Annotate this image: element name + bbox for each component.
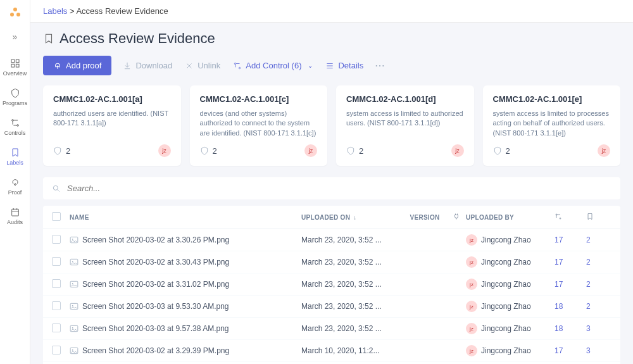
card-count: 2	[200, 146, 217, 156]
shield-icon	[346, 146, 355, 155]
labels-count[interactable]: 2	[586, 235, 611, 244]
svg-point-12	[53, 185, 58, 190]
labels-count[interactable]: 3	[586, 346, 611, 355]
select-all-checkbox[interactable]	[52, 212, 61, 221]
controls-count[interactable]: 18	[555, 302, 586, 311]
card-description: devices (and other systems) authorized t…	[200, 109, 318, 138]
svg-point-14	[560, 218, 561, 219]
avatar: jz	[466, 345, 477, 356]
row-checkbox[interactable]	[52, 257, 61, 266]
nav-controls[interactable]: Controls	[0, 113, 30, 142]
control-card[interactable]: CMMC1.02-AC.1.001[d] system access is li…	[336, 85, 474, 166]
table-row[interactable]: Screen Shot 2020-03-02 at 3.31.02 PM.png…	[43, 273, 620, 296]
svg-point-20	[72, 283, 73, 284]
row-checkbox[interactable]	[52, 346, 61, 355]
add-proof-button[interactable]: Add proof	[43, 56, 111, 75]
avatar: jz	[466, 256, 477, 268]
labels-count[interactable]: 2	[586, 258, 611, 267]
sidebar: » Overview Programs Controls Labels Proo…	[0, 0, 30, 364]
table-row[interactable]: Screen Shot 2020-03-03 at 9.57.38 AM.png…	[43, 318, 620, 340]
avatar: jz	[466, 234, 477, 246]
list-icon	[325, 61, 334, 70]
row-checkbox[interactable]	[52, 279, 61, 288]
control-card[interactable]: CMMC1.02-AC.1.001[c] devices (and other …	[190, 85, 328, 166]
table-row[interactable]: Screen Shot 2020-03-02 at 3.30.43 PM.png…	[43, 251, 620, 273]
th-integration-icon[interactable]	[447, 213, 466, 222]
uploaded-by: Jingcong Zhao	[481, 302, 531, 311]
control-card[interactable]: CMMC1.02-AC.1.001[e] system access is li…	[483, 85, 621, 166]
table-row[interactable]: Screen Shot 2020-03-02 at 3.29.39 PM.png…	[43, 340, 620, 362]
table-row[interactable]: Screen Shot 2020-03-02 at 3.30.26 PM.png…	[43, 229, 620, 251]
controls-count[interactable]: 17	[555, 235, 586, 244]
controls-icon	[233, 61, 242, 70]
svg-point-0	[13, 8, 17, 11]
avatar: jz	[466, 301, 477, 312]
image-file-icon	[70, 325, 78, 332]
svg-point-22	[72, 305, 73, 306]
svg-point-11	[239, 67, 241, 68]
uploaded-on: March 23, 2020, 3:52 ...	[301, 280, 403, 289]
shield-icon	[493, 146, 502, 155]
svg-rect-4	[16, 60, 19, 63]
th-version[interactable]: VERSION	[403, 214, 447, 221]
th-uploaded-by[interactable]: UPLOADED BY	[466, 214, 555, 221]
avatar: jz	[598, 144, 610, 157]
main: Labels > Access Review Evidence Access R…	[30, 0, 633, 364]
nav-label: Overview	[3, 70, 27, 77]
card-description: system access is limited to authorized u…	[346, 109, 464, 138]
image-file-icon	[70, 347, 78, 355]
labels-count[interactable]: 2	[586, 302, 611, 311]
add-control-button[interactable]: Add Control (6) ⌄	[232, 58, 314, 73]
controls-count[interactable]: 18	[555, 324, 586, 333]
nav-proof[interactable]: Proof	[0, 172, 30, 202]
th-labels-icon[interactable]	[586, 213, 611, 222]
svg-rect-3	[11, 60, 15, 63]
nav-programs[interactable]: Programs	[0, 83, 30, 113]
svg-point-16	[72, 239, 73, 240]
avatar: jz	[466, 323, 477, 334]
logo	[8, 5, 23, 20]
labels-count[interactable]: 3	[586, 324, 611, 333]
nav-labels[interactable]: Labels	[0, 142, 30, 172]
uploaded-on: March 23, 2020, 3:52 ...	[301, 235, 403, 244]
search-box	[43, 177, 620, 199]
unlink-button[interactable]: Unlink	[184, 58, 222, 73]
table-header: NAME UPLOADED ON ↓ VERSION UPLOADED BY	[43, 206, 620, 229]
controls-count[interactable]: 17	[555, 258, 586, 267]
row-checkbox[interactable]	[52, 235, 61, 244]
svg-rect-9	[11, 209, 18, 216]
th-controls-icon[interactable]	[555, 213, 586, 222]
card-title: CMMC1.02-AC.1.001[c]	[200, 94, 318, 104]
shield-icon	[53, 146, 62, 155]
avatar: jz	[466, 279, 477, 290]
svg-point-10	[235, 63, 236, 64]
sort-down-icon: ↓	[353, 214, 356, 221]
breadcrumb: Labels > Access Review Evidence	[30, 0, 633, 23]
details-button[interactable]: Details	[324, 58, 365, 73]
evidence-table: NAME UPLOADED ON ↓ VERSION UPLOADED BY S…	[43, 206, 620, 364]
image-file-icon	[70, 303, 78, 310]
th-name[interactable]: NAME	[70, 214, 301, 221]
svg-point-7	[11, 120, 13, 122]
search-input[interactable]	[67, 184, 611, 193]
breadcrumb-parent[interactable]: Labels	[43, 6, 67, 16]
labels-count[interactable]: 2	[586, 280, 611, 289]
uploaded-by: Jingcong Zhao	[481, 258, 531, 267]
file-name: Screen Shot 2020-03-03 at 9.53.30 AM.png	[82, 302, 229, 311]
control-card[interactable]: CMMC1.02-AC.1.001[a] authorized users ar…	[43, 85, 181, 166]
controls-count[interactable]: 17	[555, 346, 586, 355]
search-icon	[52, 184, 61, 193]
nav-overview[interactable]: Overview	[0, 53, 30, 83]
controls-count[interactable]: 17	[555, 280, 586, 289]
uploaded-by: Jingcong Zhao	[481, 235, 531, 244]
row-checkbox[interactable]	[52, 323, 61, 332]
th-uploaded-on[interactable]: UPLOADED ON ↓	[301, 214, 403, 221]
svg-point-26	[72, 349, 73, 351]
download-button[interactable]: Download	[122, 58, 173, 73]
more-icon[interactable]: ⋯	[375, 60, 385, 72]
nav-audits[interactable]: Audits	[0, 202, 30, 232]
table-row[interactable]: Screen Shot 2020-03-03 at 9.53.30 AM.png…	[43, 296, 620, 318]
collapse-icon[interactable]: »	[13, 32, 18, 42]
row-checkbox[interactable]	[52, 301, 61, 310]
page-title: Access Review Evidence	[43, 30, 620, 47]
